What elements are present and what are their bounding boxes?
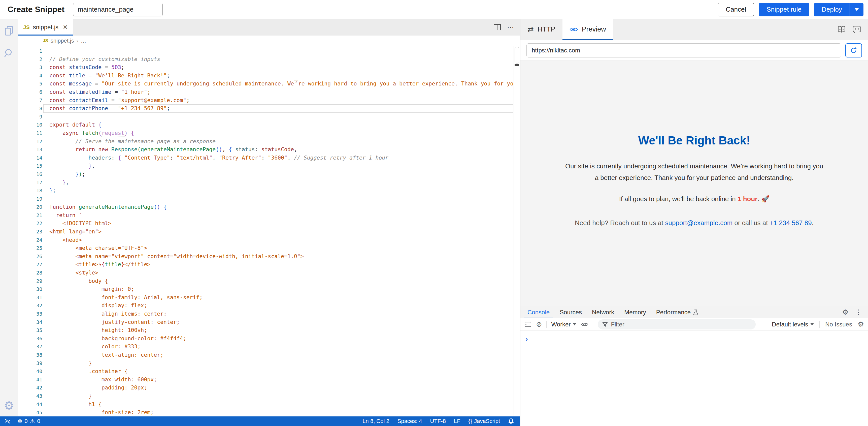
code-text[interactable]: const contactPhone = "+1 234 567 89";: [42, 104, 514, 113]
code-text[interactable]: display: flex;: [42, 302, 514, 310]
code-text[interactable]: padding: 20px;: [42, 384, 514, 392]
code-text[interactable]: [42, 47, 514, 55]
scrollbar-thumb[interactable]: [515, 47, 519, 64]
code-text[interactable]: const contactEmail = "support@example.co…: [42, 96, 514, 105]
code-text[interactable]: const message = "Our site is currently u…: [42, 80, 514, 88]
deploy-dropdown-button[interactable]: [850, 3, 864, 17]
code-text[interactable]: background-color: #f4f4f4;: [42, 335, 514, 343]
breadcrumb-more[interactable]: …: [81, 37, 86, 44]
console-sidebar-toggle-icon[interactable]: [524, 321, 531, 328]
code-text[interactable]: <head>: [42, 236, 514, 244]
tab-http[interactable]: ⇄ HTTP: [520, 19, 562, 40]
devtools-tab-performance[interactable]: Performance: [651, 306, 703, 318]
code-text[interactable]: max-width: 600px;: [42, 376, 514, 384]
code-text[interactable]: <meta charset="UTF-8">: [42, 244, 514, 252]
code-text[interactable]: // Define your customizable inputs: [42, 55, 514, 63]
split-editor-icon[interactable]: [493, 24, 501, 30]
tab-snippet-js[interactable]: JS snippet.js ✕: [18, 19, 73, 35]
code-text[interactable]: },: [42, 178, 514, 187]
problems-indicator[interactable]: ⊗ 0 ⚠ 0: [18, 418, 40, 425]
code-text[interactable]: [42, 195, 514, 203]
code-line: 32 display: flex;: [18, 302, 514, 310]
support-email-link[interactable]: support@example.com: [665, 219, 733, 227]
code-text[interactable]: .container {: [42, 367, 514, 376]
log-levels-selector[interactable]: Default levels: [772, 321, 814, 328]
code-text[interactable]: return `: [42, 211, 514, 220]
code-text[interactable]: [42, 113, 514, 121]
cursor-position[interactable]: Ln 8, Col 2: [363, 418, 389, 425]
more-actions-icon[interactable]: ⋯: [507, 24, 514, 31]
code-text[interactable]: });: [42, 170, 514, 178]
code-text[interactable]: <meta name="viewport" content="width=dev…: [42, 252, 514, 261]
code-line: 38 text-align: center;: [18, 351, 514, 359]
code-text[interactable]: body {: [42, 277, 514, 285]
code-text[interactable]: const statusCode = 503;: [42, 63, 514, 72]
discord-icon[interactable]: [852, 25, 862, 34]
main-area: ⚙ JS snippet.js ✕: [0, 19, 868, 426]
devtools-tab-sources[interactable]: Sources: [555, 306, 587, 318]
live-expression-eye-icon[interactable]: [581, 322, 588, 327]
code-text[interactable]: headers: { "Content-Type": "text/html", …: [42, 154, 514, 162]
code-text[interactable]: async fetch(request) {: [42, 129, 514, 137]
notifications-bell-icon[interactable]: [508, 418, 514, 425]
code-text[interactable]: // Serve the maintenance page as a respo…: [42, 137, 514, 146]
code-line: 36 background-color: #f4f4f4;: [18, 335, 514, 343]
settings-gear-icon[interactable]: ⚙: [4, 400, 14, 411]
code-line: 19: [18, 195, 514, 203]
code-line: 10export default {: [18, 121, 514, 129]
files-icon[interactable]: [4, 25, 14, 36]
code-text[interactable]: margin: 0;: [42, 285, 514, 293]
url-input[interactable]: [526, 44, 841, 57]
console-settings-gear-icon[interactable]: ⚙: [858, 321, 864, 328]
phone-link[interactable]: +1 234 567 89: [770, 219, 812, 227]
console-filter-input[interactable]: Filter: [598, 319, 756, 330]
snippet-name-input[interactable]: [73, 3, 163, 17]
tab-preview[interactable]: Preview: [562, 19, 613, 40]
code-text[interactable]: }: [42, 359, 514, 368]
code-text[interactable]: const estimatedTime = "1 hour";: [42, 88, 514, 96]
devtools-kebab-menu-icon[interactable]: ⋮: [855, 309, 862, 316]
devtools-settings-gear-icon[interactable]: ⚙: [842, 309, 848, 316]
breadcrumb-file[interactable]: snippet.js: [51, 37, 74, 44]
code-text[interactable]: export default {: [42, 121, 514, 129]
code-text[interactable]: h1 {: [42, 400, 514, 408]
code-text[interactable]: align-items: center;: [42, 310, 514, 318]
snippet-rule-button[interactable]: Snippet rule: [759, 3, 809, 17]
code-text[interactable]: text-align: center;: [42, 351, 514, 359]
close-tab-icon[interactable]: ✕: [63, 24, 68, 31]
code-text[interactable]: },: [42, 162, 514, 170]
code-text[interactable]: color: #333;: [42, 343, 514, 351]
code-text[interactable]: <style>: [42, 269, 514, 277]
deploy-button[interactable]: Deploy: [814, 3, 849, 17]
code-text[interactable]: <html lang="en">: [42, 228, 514, 236]
clear-console-icon[interactable]: ⊘: [536, 321, 542, 328]
devtools-tab-console[interactable]: Console: [522, 306, 555, 318]
refresh-button[interactable]: [845, 44, 862, 57]
code-text[interactable]: <title>${title}</title>: [42, 260, 514, 269]
breadcrumb[interactable]: JS snippet.js › …: [18, 35, 520, 46]
code-area[interactable]: 12// Define your customizable inputs3con…: [18, 46, 520, 417]
code-text[interactable]: const title = "We'll Be Right Back!";: [42, 72, 514, 80]
code-text[interactable]: justify-content: center;: [42, 318, 514, 326]
code-text[interactable]: height: 100vh;: [42, 326, 514, 335]
language-mode[interactable]: {} JavaScript: [468, 418, 500, 425]
remote-indicator-icon[interactable]: [4, 418, 11, 425]
code-text[interactable]: function generateMaintenancePage() {: [42, 203, 514, 211]
devtools-tab-memory[interactable]: Memory: [619, 306, 651, 318]
issues-counter[interactable]: No Issues: [825, 321, 852, 328]
console-prompt-chevron[interactable]: ›: [520, 331, 868, 343]
code-text[interactable]: };: [42, 187, 514, 195]
eol-setting[interactable]: LF: [454, 418, 460, 425]
docs-book-icon[interactable]: [837, 25, 846, 33]
code-text[interactable]: return new Response(generateMaintenanceP…: [42, 145, 514, 154]
cancel-button[interactable]: Cancel: [718, 3, 754, 17]
indentation-setting[interactable]: Spaces: 4: [398, 418, 422, 425]
code-text[interactable]: }: [42, 392, 514, 400]
code-text[interactable]: font-size: 2rem;: [42, 408, 514, 417]
search-icon[interactable]: [4, 48, 14, 59]
code-text[interactable]: <!DOCTYPE html>: [42, 219, 514, 228]
encoding-setting[interactable]: UTF-8: [430, 418, 446, 425]
devtools-tab-network[interactable]: Network: [587, 306, 619, 318]
editor-scrollbar[interactable]: [514, 46, 520, 417]
code-text[interactable]: font-family: Arial, sans-serif;: [42, 293, 514, 302]
